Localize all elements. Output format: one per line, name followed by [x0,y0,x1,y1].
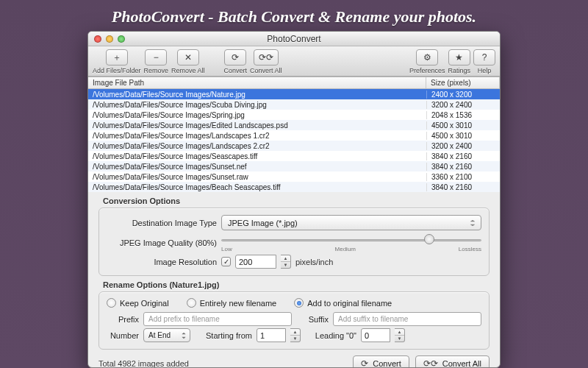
convert-icon: ⟳ [232,53,239,62]
help-label: Help [478,67,492,74]
table-row[interactable]: /Volumes/Data/Files/Source Images/Sunset… [88,171,500,182]
table-row[interactable]: /Volumes/Data/Files/Source Images/Landsc… [88,141,500,151]
starting-from-label: Starting from [195,331,252,340]
number-label: Number [107,331,139,340]
resolution-label: Image Resolution [107,258,217,266]
cell-path: /Volumes/Data/Files/Source Images/Landsc… [88,142,426,150]
prefix-label: Prefix [107,315,139,324]
cell-size: 4500 x 3010 [426,121,500,130]
table-header: Image File Path Size (pixels) [88,77,500,89]
conversion-options-title: Conversion Options [103,197,490,205]
add-files-button[interactable]: ＋ [106,49,128,66]
close-icon[interactable] [94,35,101,43]
table-row[interactable]: /Volumes/Data/Files/Source Images/Spring… [88,110,500,120]
column-path[interactable]: Image File Path [88,77,426,88]
convert-all-icon: ⟳⟳ [259,53,273,62]
help-button[interactable]: ? [473,49,495,66]
marketing-tagline: PhotoConvert - Batch Convert & Rename yo… [112,7,476,26]
app-window: PhotoConvert ＋ Add Files/Folder − Remove… [87,31,501,368]
radio-keep-original[interactable]: Keep Original [107,298,169,308]
cell-size: 3200 x 2400 [426,142,500,150]
cell-size: 3360 x 2100 [426,173,500,181]
minus-icon: − [154,53,159,62]
cell-size: 3200 x 2400 [426,101,500,109]
remove-label: Remove [144,67,169,74]
footer-convert-all-button[interactable]: ⟳⟳Convert All [415,355,490,368]
cell-size: 3840 x 2160 [426,152,500,160]
dest-type-label: Destination Image Type [107,219,217,227]
minimize-icon[interactable] [106,35,113,43]
x-icon: ✕ [184,53,192,62]
starting-from-stepper[interactable]: ▲▼ [290,328,301,342]
cell-size: 4500 x 3010 [426,132,500,140]
leading-zero-label: Leading "0" [305,331,356,340]
table-row[interactable]: /Volumes/Data/Files/Source Images/Seasca… [88,151,500,161]
gear-icon: ⚙ [423,53,431,62]
radio-new-filename[interactable]: Entirely new filename [187,298,277,308]
resolution-checkbox[interactable]: ✓ [221,257,231,266]
cell-path: /Volumes/Data/Files/Source Images/Seasca… [88,152,426,160]
cell-size: 3840 x 2160 [426,183,500,191]
file-table: Image File Path Size (pixels) /Volumes/D… [88,77,500,192]
convert-all-icon: ⟳⟳ [423,359,438,368]
preferences-button[interactable]: ⚙ [416,49,438,66]
table-row[interactable]: /Volumes/Data/Files/Source Images/Beach … [88,182,500,192]
table-row[interactable]: /Volumes/Data/Files/Source Images/Scuba … [88,99,500,110]
rename-options-group: Keep Original Entirely new filename Add … [98,291,490,350]
leading-zero-field[interactable]: 0 [361,328,390,342]
remove-button[interactable]: − [145,49,167,66]
titlebar: PhotoConvert [88,32,500,46]
ratings-label: Ratings [448,67,470,74]
cell-path: /Volumes/Data/Files/Source Images/Beach … [88,183,426,191]
zoom-icon[interactable] [118,35,125,43]
suffix-label: Suffix [296,315,329,324]
window-title: PhotoConvert [88,34,500,44]
cell-path: /Volumes/Data/Files/Source Images/Nature… [88,91,426,99]
resolution-stepper[interactable]: ▲▼ [281,255,291,269]
status-text: Total 4982 images added [98,359,189,368]
column-size[interactable]: Size (pixels) [426,77,500,88]
toolbar: ＋ Add Files/Folder − Remove ✕ Remove All… [88,46,500,77]
slider-thumb[interactable] [424,234,434,244]
starting-from-field[interactable]: 1 [257,328,286,342]
ratings-button[interactable]: ★ [448,49,470,66]
radio-add-to-filename[interactable]: Add to original filename [294,298,392,308]
convert-all-button[interactable]: ⟳⟳ [254,49,279,66]
convert-button[interactable]: ⟳ [224,49,246,66]
dest-type-value: JPEG Image (*.jpg) [228,219,298,227]
convert-all-label: Convert All [250,67,282,74]
convert-label: Convert [224,67,248,74]
cell-path: /Volumes/Data/Files/Source Images/Landsc… [88,132,426,140]
table-body: /Volumes/Data/Files/Source Images/Nature… [88,89,500,192]
table-row[interactable]: /Volumes/Data/Files/Source Images/Landsc… [88,130,500,141]
quality-label: JPEG Image Quality (80%) [107,238,217,247]
plus-icon: ＋ [112,53,121,62]
cell-path: /Volumes/Data/Files/Source Images/Edited… [88,121,426,130]
dest-type-select[interactable]: JPEG Image (*.jpg) [221,215,481,230]
number-position-select[interactable]: At End [143,328,190,342]
leading-zero-stepper[interactable]: ▲▼ [395,328,405,342]
prefix-field[interactable]: Add prefix to filename [143,312,292,326]
cell-path: /Volumes/Data/Files/Source Images/Spring… [88,111,426,119]
table-row[interactable]: /Volumes/Data/Files/Source Images/Sunset… [88,161,500,171]
footer-convert-button[interactable]: ⟳Convert [353,355,409,368]
star-icon: ★ [455,53,463,62]
resolution-unit: pixels/inch [295,258,333,266]
convert-icon: ⟳ [361,359,368,368]
add-files-label: Add Files/Folder [93,67,141,74]
table-row[interactable]: /Volumes/Data/Files/Source Images/Nature… [88,89,500,99]
quality-slider[interactable] [221,233,481,247]
remove-all-button[interactable]: ✕ [177,49,199,66]
preferences-label: Preferences [409,67,445,74]
cell-size: 2048 x 1536 [426,111,500,119]
table-row[interactable]: /Volumes/Data/Files/Source Images/Edited… [88,120,500,130]
cell-path: /Volumes/Data/Files/Source Images/Scuba … [88,101,426,109]
remove-all-label: Remove All [171,67,205,74]
rename-options-title: Rename Options (Nature1.jpg) [103,280,490,289]
cell-path: /Volumes/Data/Files/Source Images/Sunset… [88,163,426,171]
help-icon: ? [482,53,487,62]
suffix-field[interactable]: Add suffix to filename [333,312,481,326]
conversion-options-group: Destination Image Type JPEG Image (*.jpg… [98,208,490,276]
resolution-field[interactable]: 200 [235,255,276,269]
cell-path: /Volumes/Data/Files/Source Images/Sunset… [88,173,426,181]
